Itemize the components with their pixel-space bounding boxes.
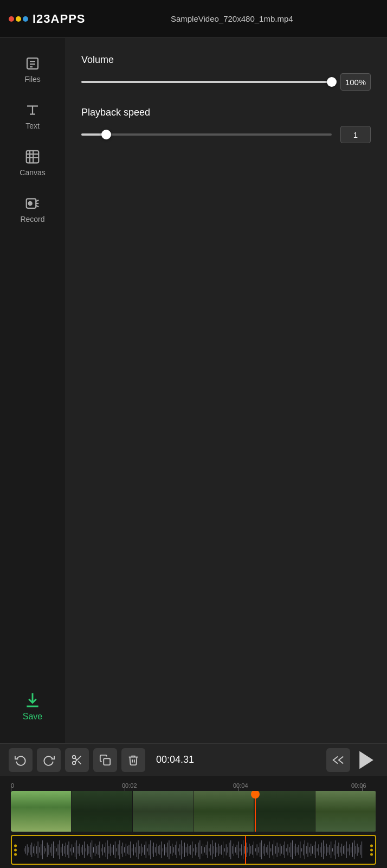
cut-button[interactable] (65, 748, 89, 772)
svg-rect-111 (155, 847, 156, 852)
ruler-mark-6: 00:06 (351, 782, 366, 789)
svg-rect-106 (147, 848, 148, 851)
svg-rect-142 (203, 844, 203, 856)
svg-rect-148 (212, 840, 212, 859)
redo-button[interactable] (37, 748, 61, 772)
svg-rect-240 (354, 840, 354, 859)
rewind-button[interactable] (326, 748, 350, 772)
svg-rect-244 (360, 845, 360, 854)
svg-rect-26 (24, 848, 24, 851)
time-display: 00:04.31 (150, 754, 201, 765)
audio-handle-right[interactable] (370, 844, 373, 856)
svg-rect-155 (223, 841, 223, 858)
svg-rect-49 (59, 840, 60, 859)
svg-rect-232 (341, 844, 342, 856)
handle-dot-3 (14, 853, 17, 856)
svg-rect-95 (130, 841, 131, 858)
canvas-icon (24, 149, 41, 165)
svg-rect-100 (138, 840, 139, 859)
svg-rect-57 (72, 844, 72, 855)
svg-rect-175 (254, 841, 254, 858)
svg-rect-78 (104, 847, 105, 852)
svg-rect-50 (61, 847, 61, 852)
svg-rect-131 (186, 847, 186, 852)
text-icon (24, 102, 41, 118)
svg-rect-70 (92, 840, 92, 859)
svg-rect-27 (25, 846, 26, 853)
sidebar-item-canvas[interactable]: Canvas (0, 142, 65, 183)
svg-rect-168 (243, 840, 243, 859)
svg-rect-87 (118, 844, 119, 855)
volume-slider-thumb[interactable] (327, 77, 337, 87)
dot-yellow (16, 16, 21, 22)
svg-rect-237 (349, 844, 350, 855)
svg-rect-53 (66, 843, 66, 857)
ruler-line-0 (11, 787, 11, 791)
svg-rect-174 (252, 845, 253, 854)
svg-rect-93 (127, 846, 128, 853)
svg-rect-170 (246, 843, 247, 857)
svg-rect-220 (323, 840, 324, 859)
sidebar-item-canvas-label: Canvas (20, 168, 45, 177)
handle-dot-r2 (370, 848, 373, 851)
playback-slider-track[interactable] (81, 133, 332, 136)
sidebar-item-record[interactable]: Record (0, 189, 65, 230)
video-frame-1 (11, 791, 72, 832)
volume-slider-row: 100% (81, 73, 371, 91)
svg-rect-61 (78, 846, 79, 853)
copy-button[interactable] (93, 748, 117, 772)
svg-rect-54 (67, 845, 68, 854)
svg-rect-177 (257, 844, 257, 855)
svg-rect-44 (51, 844, 52, 856)
audio-waveform (12, 836, 375, 864)
svg-rect-67 (87, 844, 88, 855)
sidebar-item-text-label: Text (25, 122, 40, 130)
svg-rect-187 (272, 844, 273, 855)
svg-line-22 (78, 761, 81, 764)
svg-rect-190 (277, 843, 278, 857)
audio-track[interactable] (11, 835, 376, 865)
svg-rect-134 (190, 845, 191, 854)
delete-icon (127, 754, 139, 766)
svg-rect-39 (44, 846, 44, 853)
ruler-line-2 (125, 787, 125, 791)
header: I23APPS SampleVideo_720x480_1mb.mp4 (0, 0, 387, 38)
svg-rect-40 (46, 848, 46, 851)
file-name: SampleVideo_720x480_1mb.mp4 (171, 14, 293, 23)
sidebar-item-text[interactable]: Text (0, 95, 65, 137)
svg-rect-221 (325, 846, 325, 853)
handle-dot-1 (14, 844, 17, 847)
svg-rect-52 (64, 846, 64, 853)
volume-slider-track[interactable] (81, 81, 332, 83)
undo-button[interactable] (9, 748, 33, 772)
volume-section: Volume 100% (81, 54, 371, 91)
svg-rect-139 (198, 843, 199, 857)
svg-rect-197 (288, 844, 288, 855)
save-label: Save (23, 712, 42, 722)
svg-rect-204 (298, 845, 299, 854)
volume-value: 100% (340, 73, 371, 91)
svg-line-23 (75, 758, 77, 760)
svg-rect-156 (224, 848, 225, 851)
playback-label: Playback speed (81, 107, 371, 118)
dot-blue (23, 16, 28, 22)
video-track[interactable] (11, 791, 376, 832)
logo-dots (9, 16, 28, 22)
save-button[interactable]: Save (0, 680, 65, 732)
sidebar-item-files[interactable]: Files (0, 49, 65, 90)
play-button[interactable] (354, 748, 378, 772)
svg-rect-153 (220, 846, 220, 853)
svg-rect-143 (204, 847, 205, 852)
svg-rect-29 (29, 847, 29, 852)
audio-handle-left[interactable] (14, 844, 17, 856)
svg-rect-241 (356, 846, 356, 853)
svg-rect-101 (139, 846, 140, 853)
playback-slider-thumb[interactable] (101, 130, 111, 139)
svg-rect-125 (177, 841, 177, 858)
svg-rect-110 (153, 843, 154, 857)
delete-button[interactable] (121, 748, 145, 772)
svg-rect-24 (104, 758, 110, 765)
ruler-line-4 (238, 787, 239, 791)
svg-rect-212 (311, 844, 311, 856)
svg-rect-116 (163, 848, 163, 851)
